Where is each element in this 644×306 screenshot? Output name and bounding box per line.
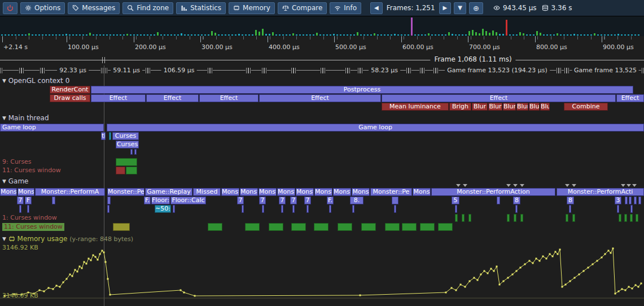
- zone-bar[interactable]: 7: [279, 196, 286, 204]
- zone-bar[interactable]: [52, 196, 55, 204]
- zone-bar[interactable]: 8: [567, 196, 574, 204]
- zone-bar[interactable]: Curses: [112, 132, 139, 140]
- zone-bar[interactable]: 3: [615, 196, 621, 204]
- zone-bar[interactable]: Missed: [193, 188, 221, 196]
- zone-bar[interactable]: 8: [513, 196, 520, 204]
- frame-separator[interactable]: 59.11 µs: [105, 68, 148, 73]
- zone-bar[interactable]: [638, 196, 641, 204]
- zone-bar[interactable]: 8.: [350, 196, 363, 204]
- zone-bar[interactable]: [19, 205, 21, 213]
- lock-label-9[interactable]: 9: Curses: [2, 158, 32, 166]
- zone-bar[interactable]: [27, 205, 29, 213]
- message-marker-icon[interactable]: [520, 184, 524, 187]
- message-marker-icon[interactable]: [456, 184, 461, 187]
- zone-bar[interactable]: ti: [101, 132, 106, 140]
- zone-bar[interactable]: [566, 214, 568, 222]
- zone-bar[interactable]: [572, 214, 575, 222]
- zone-bar[interactable]: [625, 196, 628, 204]
- zone-bar[interactable]: [617, 205, 619, 213]
- message-marker-icon[interactable]: [565, 184, 569, 187]
- zone-bar[interactable]: [126, 167, 137, 174]
- zone-bar[interactable]: Monster::Pe: [370, 188, 412, 196]
- zone-bar[interactable]: Effect: [199, 94, 259, 102]
- zone-bar[interactable]: [497, 196, 500, 204]
- zone-bar[interactable]: 7: [259, 196, 266, 204]
- zone-bar[interactable]: [515, 205, 518, 213]
- zone-bar[interactable]: 7: [290, 196, 297, 204]
- message-marker-icon[interactable]: [506, 184, 511, 187]
- zone-bar[interactable]: [394, 205, 396, 213]
- zone-bar[interactable]: Blur: [529, 103, 540, 111]
- zone-bar[interactable]: Effect: [146, 94, 199, 102]
- section-opengl-header[interactable]: ▼ OpenGL context 0: [2, 77, 69, 85]
- zone-bar[interactable]: [438, 223, 453, 231]
- zone-bar[interactable]: RenderCont: [50, 86, 90, 94]
- zone-bar[interactable]: [385, 223, 400, 231]
- zone-bar[interactable]: 5: [452, 196, 459, 204]
- zone-bar[interactable]: F.: [144, 196, 151, 204]
- zone-bar[interactable]: Effect: [91, 94, 146, 102]
- zone-bar[interactable]: Game loop: [107, 124, 644, 132]
- zone-bar[interactable]: [109, 132, 111, 140]
- zone-bar[interactable]: Floor:: [151, 196, 170, 204]
- message-marker-icon[interactable]: [513, 184, 518, 187]
- memory-plot[interactable]: [0, 245, 644, 306]
- zone-bar[interactable]: Mons: [352, 188, 370, 196]
- zone-bar[interactable]: Blur: [472, 103, 488, 111]
- zone-bar[interactable]: 7: [17, 196, 24, 204]
- zone-bar[interactable]: [507, 214, 510, 222]
- zone-bar[interactable]: [624, 214, 627, 222]
- zone-bar[interactable]: Blur: [503, 103, 516, 111]
- frame-separator[interactable]: Game frame 13,525: [567, 68, 644, 73]
- collapse-icon[interactable]: ▼: [2, 78, 6, 84]
- zone-bar[interactable]: [455, 214, 458, 222]
- zone-bar[interactable]: Monste: [17, 188, 34, 196]
- zone-bar[interactable]: Monster::PerformA: [35, 188, 105, 196]
- lock-label-11[interactable]: 11: Curses window: [2, 167, 61, 174]
- zone-bar[interactable]: Monste: [296, 188, 314, 196]
- zone-bar[interactable]: Monste: [314, 188, 332, 196]
- zone-bar[interactable]: [520, 214, 523, 222]
- zone-bar[interactable]: [113, 223, 130, 231]
- zone-bar[interactable]: [281, 205, 283, 213]
- message-marker-icon[interactable]: [632, 184, 637, 187]
- collapse-icon[interactable]: ▼: [2, 115, 6, 121]
- zone-bar[interactable]: Curses: [116, 141, 139, 148]
- zone-bar[interactable]: [468, 214, 471, 222]
- zone-bar[interactable]: Game loop: [0, 124, 104, 132]
- zone-bar[interactable]: Brigh: [449, 103, 471, 111]
- zone-bar[interactable]: [361, 223, 376, 231]
- zone-bar[interactable]: [420, 223, 435, 231]
- zone-bar[interactable]: Draw calls: [50, 94, 90, 102]
- zone-bar[interactable]: [329, 205, 331, 213]
- zone-bar[interactable]: [130, 149, 133, 155]
- section-memory-header[interactable]: ▼ Memory usage (y-range: 848 bytes): [2, 235, 133, 243]
- zone-bar[interactable]: [636, 214, 638, 222]
- message-marker-icon[interactable]: [572, 184, 576, 187]
- collapse-icon[interactable]: ▼: [2, 178, 6, 184]
- zone-bar[interactable]: [514, 214, 516, 222]
- zone-bar[interactable]: [402, 223, 417, 231]
- zone-bar[interactable]: [173, 205, 175, 213]
- zone-bar[interactable]: [569, 205, 571, 213]
- zone-bar[interactable]: Game::Replay: [145, 188, 192, 196]
- message-marker-icon[interactable]: [627, 184, 631, 187]
- zone-bar[interactable]: Blur: [540, 103, 550, 111]
- zone-bar[interactable]: [392, 196, 398, 204]
- zone-bar[interactable]: [630, 205, 633, 213]
- zone-bar[interactable]: [107, 196, 111, 204]
- zone-bar[interactable]: [208, 223, 222, 231]
- zone-bar[interactable]: Mons: [413, 188, 431, 196]
- zone-bar[interactable]: Floor::Calc: [170, 196, 206, 204]
- zone-bar[interactable]: Effect: [616, 94, 644, 102]
- zone-bar[interactable]: 7: [304, 196, 311, 204]
- zone-bar[interactable]: Monste: [333, 188, 351, 196]
- zone-bar[interactable]: Monst: [221, 188, 239, 196]
- zone-bar[interactable]: Blur: [488, 103, 502, 111]
- zone-bar[interactable]: Monst: [240, 188, 258, 196]
- zone-bar[interactable]: Effect: [382, 94, 616, 102]
- zone-bar[interactable]: [116, 158, 137, 166]
- zone-bar[interactable]: Monst: [277, 188, 295, 196]
- zone-bar[interactable]: [352, 205, 354, 213]
- section-main-thread-header[interactable]: ▼ Main thread: [2, 114, 49, 122]
